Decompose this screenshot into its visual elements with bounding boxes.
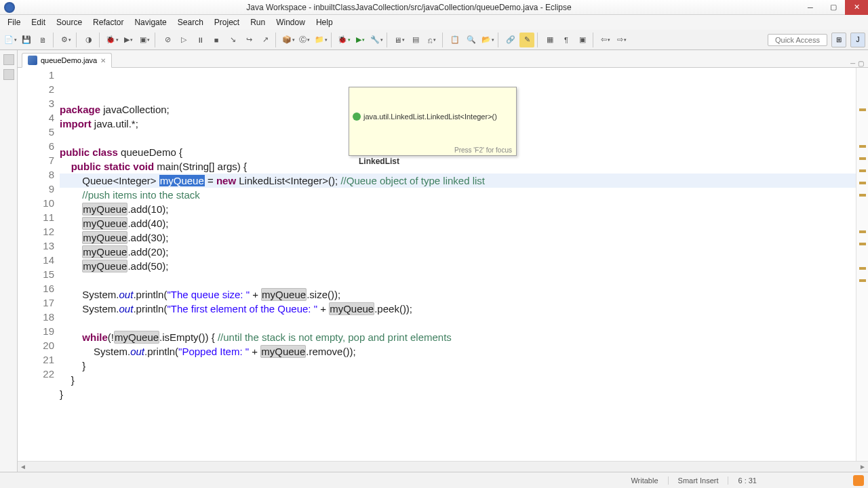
ruler-mark[interactable]	[859, 108, 866, 111]
ruler-mark[interactable]	[859, 279, 866, 282]
menu-run[interactable]: Run	[245, 16, 271, 28]
coverage-button[interactable]: ▣	[137, 33, 152, 47]
open-task-button[interactable]: 📋	[448, 33, 462, 47]
menu-window[interactable]: Window	[271, 16, 311, 28]
step-into-button[interactable]: ↘	[225, 33, 240, 47]
code-line[interactable]: System.out.println("The first element of…	[60, 302, 856, 316]
new-package-button[interactable]: 📁	[313, 33, 328, 47]
code-line[interactable]: System.out.println("The queue size: " + …	[60, 287, 856, 302]
code-line[interactable]	[60, 401, 856, 415]
menu-project[interactable]: Project	[209, 16, 245, 28]
code-line[interactable]: myQueue.add(30);	[60, 230, 856, 245]
left-trim-bar	[0, 50, 18, 472]
status-cursor-position: 6 : 31	[728, 476, 766, 485]
step-return-button[interactable]: ↗	[258, 33, 273, 47]
editor-tab-strip: queueDemo.java ✕ ─ ▢	[18, 50, 868, 68]
feed-icon[interactable]	[853, 475, 864, 486]
task-search-button[interactable]: 🔍	[464, 33, 479, 47]
highlight-button[interactable]: ✎	[519, 33, 534, 47]
code-line[interactable]	[60, 316, 856, 330]
code-line[interactable]: }	[60, 387, 856, 401]
open-type-button[interactable]: ◑	[81, 33, 96, 47]
quick-access[interactable]: Quick Access	[768, 34, 827, 46]
ruler-mark[interactable]	[859, 194, 866, 197]
step-over-button[interactable]: ↪	[241, 33, 256, 47]
ruler-mark[interactable]	[859, 182, 866, 184]
menu-bar: File Edit Source Refactor Navigate Searc…	[0, 15, 868, 30]
terminate-button[interactable]: ■	[209, 33, 224, 47]
new-class-button[interactable]: Ⓒ	[297, 33, 312, 47]
maximize-editor-button[interactable]: ▢	[858, 60, 864, 67]
code-line[interactable]	[60, 273, 856, 287]
link-editor-button[interactable]: 🔗	[503, 33, 518, 47]
menu-navigate[interactable]: Navigate	[129, 16, 172, 28]
close-button[interactable]: ✕	[845, 0, 868, 15]
debug-button[interactable]: 🐞	[336, 33, 351, 47]
toggle-block-button[interactable]: ▦	[542, 33, 557, 47]
restore-view-button[interactable]	[3, 54, 14, 65]
new-button[interactable]: 📄	[3, 33, 18, 47]
scroll-left-icon[interactable]: ◄	[18, 463, 28, 470]
workbench: queueDemo.java ✕ ─ ▢ 1234567891011121314…	[0, 50, 868, 472]
editor-tab-active[interactable]: queueDemo.java ✕	[22, 53, 112, 68]
code-text-area[interactable]: package javaCollection;import java.util.…	[60, 68, 856, 461]
minimize-button[interactable]: ─	[799, 0, 822, 15]
java-file-icon	[28, 56, 37, 65]
menu-file[interactable]: File	[2, 16, 26, 28]
build-button[interactable]: ⚙	[58, 33, 73, 47]
perspective-open-button[interactable]: ⊞	[831, 33, 846, 47]
perspective-java-button[interactable]: J	[850, 33, 865, 47]
working-set-button[interactable]: 📂	[480, 33, 495, 47]
code-line[interactable]: myQueue.add(20);	[60, 245, 856, 259]
scroll-right-icon[interactable]: ►	[857, 463, 868, 470]
code-line[interactable]: myQueue.add(40);	[60, 216, 856, 230]
mark-occurrences-button[interactable]: ▣	[575, 33, 590, 47]
menu-help[interactable]: Help	[311, 16, 338, 28]
menu-refactor[interactable]: Refactor	[87, 16, 129, 28]
skip-breakpoints-button[interactable]: ⊘	[160, 33, 175, 47]
suspend-button[interactable]: ⏸	[193, 33, 208, 47]
forward-button[interactable]: ⇨	[614, 33, 629, 47]
run-button[interactable]: ▶	[353, 33, 368, 47]
overview-ruler[interactable]	[856, 68, 868, 461]
save-all-button[interactable]: 🗎	[35, 33, 50, 47]
package-explorer-icon[interactable]	[3, 69, 14, 80]
marker-gutter	[18, 68, 30, 461]
save-button[interactable]: 💾	[19, 33, 34, 47]
toggle-breadcrumb-button[interactable]: ▤	[408, 33, 423, 47]
javadoc-hover-tooltip[interactable]: java.util.LinkedList.LinkedList<Integer>…	[349, 87, 517, 156]
resume-button[interactable]: ▷	[176, 33, 191, 47]
code-line[interactable]: }	[60, 373, 856, 387]
window-title: Java Workspace - inbuiltClassJavaCollect…	[19, 3, 799, 12]
show-whitespace-button[interactable]: ¶	[559, 33, 574, 47]
menu-search[interactable]: Search	[172, 16, 209, 28]
menu-edit[interactable]: Edit	[26, 16, 51, 28]
ruler-mark[interactable]	[859, 157, 866, 160]
ruler-mark[interactable]	[859, 169, 866, 172]
run-as-button[interactable]: ▶	[121, 33, 136, 47]
horizontal-scrollbar[interactable]: ◄ ►	[18, 461, 868, 472]
ruler-mark[interactable]	[859, 243, 866, 245]
new-server-button[interactable]: 🖥	[392, 33, 407, 47]
tab-close-icon[interactable]: ✕	[100, 57, 106, 64]
title-bar: Java Workspace - inbuiltClassJavaCollect…	[0, 0, 868, 15]
menu-source[interactable]: Source	[51, 16, 87, 28]
ruler-mark[interactable]	[859, 230, 866, 233]
ruler-mark[interactable]	[859, 145, 866, 148]
editor-body[interactable]: 12345678910111213141516171819202122 pack…	[18, 68, 868, 461]
minimize-editor-button[interactable]: ─	[850, 60, 855, 67]
hover-footer: Press 'F2' for focus	[454, 146, 512, 154]
ruler-mark[interactable]	[859, 267, 866, 270]
code-line[interactable]: while(!myQueue.isEmpty()) { //until the …	[60, 330, 856, 344]
git-button[interactable]: ⎌	[425, 33, 439, 47]
code-line[interactable]: }	[60, 359, 856, 373]
maximize-button[interactable]: ▢	[822, 0, 845, 15]
back-button[interactable]: ⇦	[598, 33, 613, 47]
debug-as-button[interactable]: 🐞	[104, 33, 119, 47]
code-line[interactable]: myQueue.add(10);	[60, 202, 856, 216]
main-toolbar: 📄 💾 🗎 ⚙ ◑ 🐞 ▶ ▣ ⊘ ▷ ⏸ ■ ↘ ↪ ↗ 📦 Ⓒ 📁 🐞 ▶ …	[0, 30, 868, 50]
code-line[interactable]: System.out.println("Popped Item: " + myQ…	[60, 344, 856, 359]
new-java-button[interactable]: 📦	[281, 33, 296, 47]
ext-tools-button[interactable]: 🔧	[369, 33, 384, 47]
code-line[interactable]: myQueue.add(50);	[60, 259, 856, 273]
